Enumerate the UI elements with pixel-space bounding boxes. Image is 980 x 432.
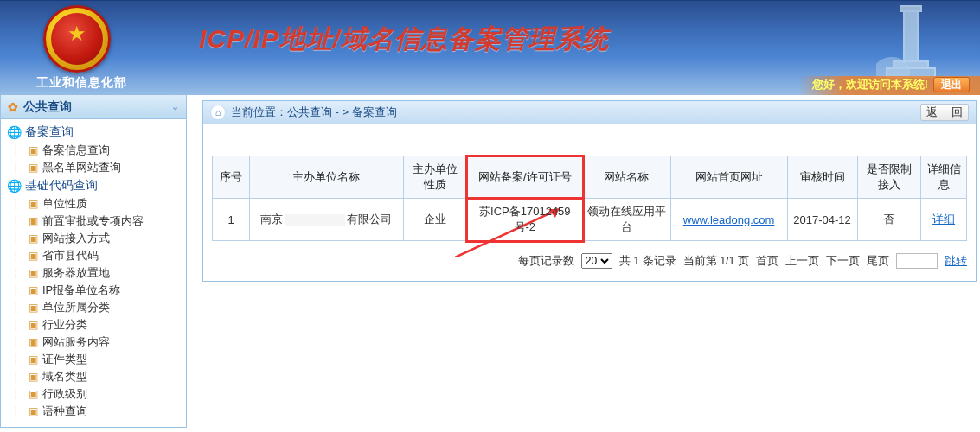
next-page-link[interactable]: 下一页 xyxy=(826,254,860,269)
nav-item[interactable]: ┊▣服务器放置地 xyxy=(4,264,186,282)
result-table: 序号 主办单位名称 主办单位性质 网站备案/许可证号 网站名称 网站首页网址 审… xyxy=(212,156,967,241)
cell-sitename: 领动在线应用平台 xyxy=(583,199,670,241)
nav-item[interactable]: ┊▣备案信息查询 xyxy=(4,142,186,159)
cell-restrict: 否 xyxy=(857,199,921,241)
page-icon: ▣ xyxy=(27,162,39,174)
nav-item[interactable]: ┊▣网站接入方式 xyxy=(4,230,186,247)
nav-item[interactable]: ┊▣单位所属分类 xyxy=(4,299,186,316)
redacted-icon xyxy=(285,214,345,226)
prev-page-link[interactable]: 上一页 xyxy=(785,254,819,269)
page-icon: ▣ xyxy=(27,388,39,400)
table-row: 1 南京有限公司 企业 苏ICP备17012459号-2 领动在线应用平台 ww… xyxy=(213,199,967,241)
sidebar-panel-title: 公共查询 xyxy=(23,99,72,115)
svg-rect-1 xyxy=(900,6,921,11)
content-area: ⌂ 当前位置：公共查询 - > 备案查询 返 回 序号 主办单位名称 主办单位性… xyxy=(187,95,980,428)
home-icon[interactable]: ⌂ xyxy=(210,105,226,120)
logout-button[interactable]: 退出 xyxy=(933,77,970,92)
per-page-label: 每页记录数 xyxy=(518,254,574,269)
page-icon: ▣ xyxy=(27,319,39,331)
first-page-link[interactable]: 首页 xyxy=(756,254,778,269)
detail-link[interactable]: 详细 xyxy=(932,213,955,226)
cell-date: 2017-04-12 xyxy=(787,199,857,241)
per-page-select[interactable]: 20 xyxy=(581,253,612,269)
gear-icon: ✿ xyxy=(8,100,18,114)
table-header-row: 序号 主办单位名称 主办单位性质 网站备案/许可证号 网站名称 网站首页网址 审… xyxy=(213,156,967,199)
nav-item[interactable]: ┊▣语种查询 xyxy=(4,403,186,420)
welcome-bar: 您好，欢迎访问本系统! 退出 xyxy=(798,76,980,95)
th-url: 网站首页网址 xyxy=(670,156,787,199)
th-date: 审核时间 xyxy=(787,156,857,199)
folder-icon: 🌐 xyxy=(6,179,22,193)
cell-seq: 1 xyxy=(213,199,250,241)
th-nature: 主办单位性质 xyxy=(403,156,467,199)
nav-item[interactable]: ┊▣行业分类 xyxy=(4,316,186,334)
cell-detail: 详细 xyxy=(921,199,967,241)
nav-item[interactable]: ┊▣前置审批或专项内容 xyxy=(4,213,186,230)
back-button[interactable]: 返 回 xyxy=(920,104,969,121)
welcome-text: 您好，欢迎访问本系统! xyxy=(812,78,928,92)
th-restrict: 是否限制接入 xyxy=(857,156,921,199)
cell-org: 南京有限公司 xyxy=(250,199,404,241)
nav-item[interactable]: ┊▣单位性质 xyxy=(4,195,186,213)
sidebar-panel-header[interactable]: ✿ 公共查询 ⌄ xyxy=(1,95,186,119)
breadcrumb: ⌂ 当前位置：公共查询 - > 备案查询 返 回 xyxy=(202,100,977,124)
page-number-input[interactable] xyxy=(896,253,938,269)
th-license: 网站备案/许可证号 xyxy=(467,156,583,199)
goto-link[interactable]: 跳转 xyxy=(945,254,967,269)
nav-item[interactable]: ┊▣网站服务内容 xyxy=(4,334,186,351)
site-url-link[interactable]: www.leadong.com xyxy=(683,213,775,226)
page-info: 当前第 1/1 页 xyxy=(683,254,749,269)
nav-item[interactable]: ┊▣IP报备单位名称 xyxy=(4,282,186,299)
total-records: 共 1 条记录 xyxy=(619,254,676,269)
nav-group-label: 基础代码查询 xyxy=(25,178,98,194)
page-icon: ▣ xyxy=(27,144,39,156)
page-icon: ▣ xyxy=(27,371,39,383)
nav-item[interactable]: ┊▣域名类型 xyxy=(4,368,186,385)
page-icon: ▣ xyxy=(27,250,39,262)
sidebar-nav: 🌐 备案查询 ┊▣备案信息查询 ┊▣黑名单网站查询 🌐 基础代码查询 ┊▣单位性… xyxy=(1,119,186,427)
th-seq: 序号 xyxy=(213,156,250,199)
page-icon: ▣ xyxy=(27,353,39,365)
nav-group-code-query[interactable]: 🌐 基础代码查询 xyxy=(4,176,186,195)
page-icon: ▣ xyxy=(27,232,39,245)
nav-group-label: 备案查询 xyxy=(25,124,74,140)
breadcrumb-text: 当前位置：公共查询 - > 备案查询 xyxy=(231,105,397,120)
page-icon: ▣ xyxy=(27,198,39,210)
th-sitename: 网站名称 xyxy=(583,156,670,199)
svg-rect-0 xyxy=(904,10,918,61)
cell-url: www.leadong.com xyxy=(670,199,787,241)
site-title: ICP/IP地址/域名信息备案管理系统 xyxy=(199,22,609,57)
national-emblem-icon: ★ xyxy=(43,5,111,73)
page-icon: ▣ xyxy=(27,302,39,314)
nav-item[interactable]: ┊▣证件类型 xyxy=(4,351,186,368)
folder-icon: 🌐 xyxy=(6,125,22,139)
result-panel: 序号 主办单位名称 主办单位性质 网站备案/许可证号 网站名称 网站首页网址 审… xyxy=(202,124,977,282)
page-icon: ▣ xyxy=(27,405,39,417)
page-icon: ▣ xyxy=(27,267,39,279)
ministry-name: 工业和信息化部 xyxy=(36,75,127,91)
cell-nature: 企业 xyxy=(403,199,467,241)
nav-item[interactable]: ┊▣行政级别 xyxy=(4,385,186,403)
sidebar: ✿ 公共查询 ⌄ 🌐 备案查询 ┊▣备案信息查询 ┊▣黑名单网站查询 🌐 基础代… xyxy=(0,95,187,428)
nav-group-record-query[interactable]: 🌐 备案查询 xyxy=(4,123,186,142)
page-icon: ▣ xyxy=(27,215,39,227)
last-page-link[interactable]: 尾页 xyxy=(867,254,889,269)
th-org: 主办单位名称 xyxy=(250,156,404,199)
nav-item[interactable]: ┊▣省市县代码 xyxy=(4,247,186,264)
chevron-down-icon: ⌄ xyxy=(171,101,179,112)
app-header: ★ 工业和信息化部 ICP/IP地址/域名信息备案管理系统 您好，欢迎访问本系统… xyxy=(0,0,980,95)
page-icon: ▣ xyxy=(27,336,39,348)
page-icon: ▣ xyxy=(27,284,39,296)
pager: 每页记录数 20 共 1 条记录 当前第 1/1 页 首页 上一页 下一页 尾页… xyxy=(212,253,967,269)
nav-item[interactable]: ┊▣黑名单网站查询 xyxy=(4,159,186,176)
th-detail: 详细信息 xyxy=(921,156,967,199)
monument-icon xyxy=(876,4,945,82)
cell-license: 苏ICP备17012459号-2 xyxy=(467,199,583,241)
